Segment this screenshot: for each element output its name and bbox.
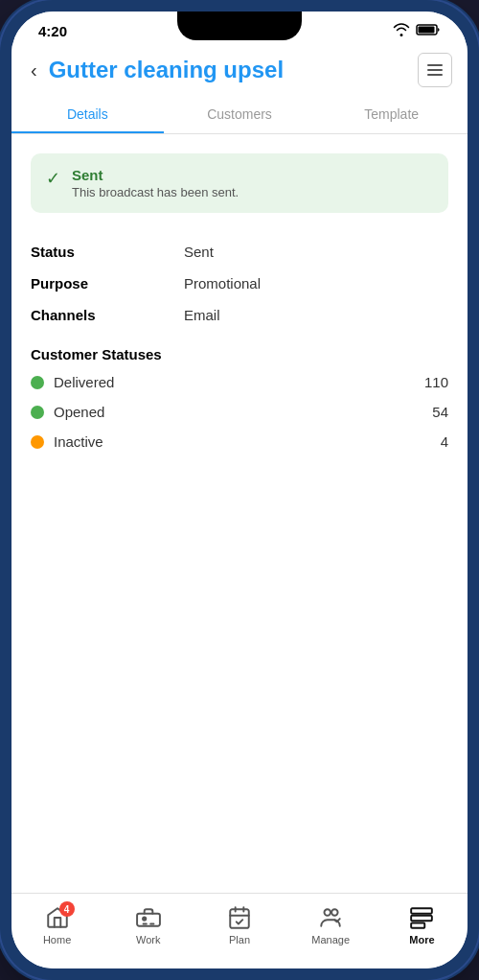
work-icon — [136, 905, 161, 930]
tab-customers[interactable]: Customers — [164, 95, 316, 133]
sent-banner: ✓ Sent This broadcast has been sent. — [31, 153, 448, 213]
nav-item-manage[interactable]: Manage — [285, 901, 376, 949]
tab-template[interactable]: Template — [315, 95, 468, 133]
main-content: ✓ Sent This broadcast has been sent. Sta… — [11, 134, 468, 893]
nav-item-plan[interactable]: Plan — [194, 901, 285, 949]
tab-details[interactable]: Details — [11, 95, 164, 133]
status-item-opened: Opened 54 — [31, 404, 448, 420]
wifi-icon — [393, 23, 410, 39]
more-icon — [409, 905, 434, 930]
home-badge: 4 — [59, 901, 75, 917]
nav-label-home: Home — [43, 934, 71, 945]
nav-label-manage: Manage — [311, 934, 350, 945]
opened-dot — [31, 406, 44, 419]
back-button[interactable]: ‹ — [27, 56, 41, 85]
sent-description: This broadcast has been sent. — [72, 185, 239, 199]
nav-label-work: Work — [136, 934, 160, 945]
svg-rect-2 — [137, 914, 160, 926]
status-icons — [393, 23, 441, 39]
inactive-dot — [31, 435, 44, 449]
svg-rect-4 — [230, 909, 249, 928]
status-items-list: Delivered 110 Opened 54 Inactive 4 — [31, 374, 448, 450]
tab-bar: Details Customers Template — [11, 95, 468, 134]
status-item-delivered: Delivered 110 — [31, 374, 448, 390]
page-title: Gutter cleaning upsel — [49, 57, 410, 83]
customer-statuses-header: Customer Statuses — [31, 338, 448, 374]
detail-row-status: Status Sent — [31, 236, 448, 268]
svg-point-3 — [143, 917, 146, 920]
svg-point-6 — [331, 909, 338, 916]
status-item-inactive: Inactive 4 — [31, 433, 448, 450]
nav-item-work[interactable]: Work — [103, 901, 194, 949]
nav-label-more: More — [409, 934, 434, 945]
detail-row-channels: Channels Email — [31, 299, 448, 331]
menu-button[interactable] — [418, 53, 452, 87]
menu-lines-icon — [427, 64, 443, 76]
nav-item-home[interactable]: 4 Home — [11, 901, 103, 949]
page-header: ‹ Gutter cleaning upsel — [11, 45, 468, 95]
delivered-dot — [31, 376, 44, 389]
svg-rect-9 — [412, 922, 425, 927]
phone-frame: 4:20 ‹ — [0, 0, 479, 980]
details-table: Status Sent Purpose Promotional Channels… — [31, 236, 448, 331]
sent-title: Sent — [72, 167, 239, 183]
svg-rect-1 — [419, 27, 435, 34]
nav-label-plan: Plan — [229, 934, 250, 945]
detail-row-purpose: Purpose Promotional — [31, 268, 448, 299]
manage-icon — [318, 905, 343, 930]
svg-rect-7 — [412, 908, 433, 913]
svg-rect-8 — [412, 916, 433, 921]
phone-screen: 4:20 ‹ — [11, 12, 468, 968]
battery-icon — [416, 23, 441, 39]
checkmark-icon: ✓ — [46, 168, 60, 189]
plan-icon — [227, 905, 252, 930]
notch — [177, 12, 302, 40]
nav-item-more[interactable]: More — [376, 901, 468, 949]
status-time: 4:20 — [38, 23, 67, 39]
bottom-nav: 4 Home Work — [11, 893, 468, 968]
svg-point-5 — [325, 909, 331, 916]
sent-text: Sent This broadcast has been sent. — [72, 167, 239, 199]
